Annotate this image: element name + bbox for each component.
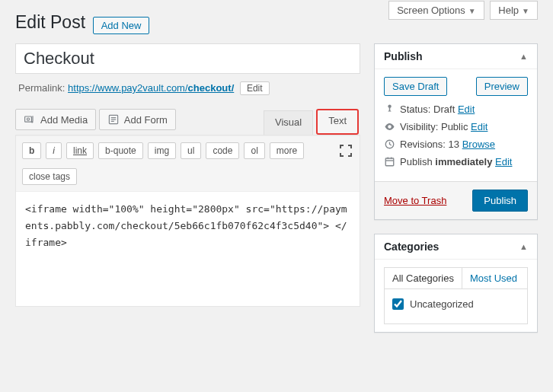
toolbar-close-tags[interactable]: close tags [22, 168, 77, 185]
svg-point-2 [31, 121, 33, 123]
toolbar-code[interactable]: code [206, 142, 239, 159]
toolbar-link[interactable]: link [66, 142, 94, 159]
categories-box: Categories▲ All Categories Most Used Unc… [374, 234, 538, 333]
add-media-button[interactable]: Add Media [15, 109, 96, 130]
toolbar-ol[interactable]: ol [244, 142, 264, 159]
categories-tab-most-used[interactable]: Most Used [462, 268, 525, 288]
toolbar-more[interactable]: more [270, 142, 304, 159]
permalink-row: Permalink: https://www.pay2vault.com/che… [18, 81, 360, 95]
permalink-link[interactable]: https://www.pay2vault.com/checkout/ [68, 82, 234, 94]
revisions-browse-link[interactable]: Browse [462, 139, 495, 150]
svg-point-1 [27, 118, 29, 120]
editor-textarea[interactable]: <iframe width="100%" height="2800px" src… [16, 192, 360, 306]
publish-box-header[interactable]: Publish▲ [375, 44, 537, 69]
add-form-button[interactable]: Add Form [99, 109, 176, 130]
toolbar-italic[interactable]: i [46, 142, 62, 159]
visibility-edit-link[interactable]: Edit [471, 121, 487, 132]
editor-toolbar: b i link b-quote img ul code ol more clo… [16, 135, 360, 192]
categories-tab-all[interactable]: All Categories [385, 268, 462, 288]
toolbar-img[interactable]: img [148, 142, 176, 159]
editor-tab-text[interactable]: Text [316, 109, 359, 135]
preview-button[interactable]: Preview [476, 77, 528, 96]
toolbar-ul[interactable]: ul [181, 142, 201, 159]
calendar-icon [384, 156, 395, 167]
post-title-input[interactable] [15, 43, 360, 74]
publish-box: Publish▲ Save Draft Preview Status: Draf… [374, 43, 538, 220]
pin-icon [384, 104, 395, 115]
toolbar-bold[interactable]: b [22, 142, 41, 159]
form-icon [107, 113, 120, 126]
revisions-icon [384, 139, 395, 150]
editor-tab-visual[interactable]: Visual [264, 110, 313, 135]
publish-button[interactable]: Publish [472, 190, 528, 212]
permalink-edit-button[interactable]: Edit [240, 81, 270, 95]
fullscreen-icon[interactable] [338, 143, 353, 158]
camera-music-icon [24, 113, 36, 126]
add-new-button[interactable]: Add New [93, 17, 150, 34]
status-edit-link[interactable]: Edit [458, 104, 475, 115]
collapse-icon: ▲ [519, 52, 528, 61]
save-draft-button[interactable]: Save Draft [384, 77, 447, 96]
page-title: Edit Post [15, 12, 85, 33]
categories-box-header[interactable]: Categories▲ [375, 234, 537, 260]
category-checkbox[interactable] [392, 298, 404, 310]
schedule-edit-link[interactable]: Edit [495, 156, 512, 167]
eye-icon [384, 121, 395, 132]
collapse-icon: ▲ [519, 242, 528, 251]
help-tab[interactable]: Help▼ [490, 1, 538, 20]
screen-options-tab[interactable]: Screen Options▼ [388, 1, 484, 20]
toolbar-bquote[interactable]: b-quote [98, 142, 143, 159]
svg-rect-8 [385, 158, 394, 166]
category-item-uncategorized[interactable]: Uncategorized [392, 298, 519, 310]
svg-rect-0 [25, 116, 32, 122]
move-to-trash-link[interactable]: Move to Trash [384, 195, 446, 206]
